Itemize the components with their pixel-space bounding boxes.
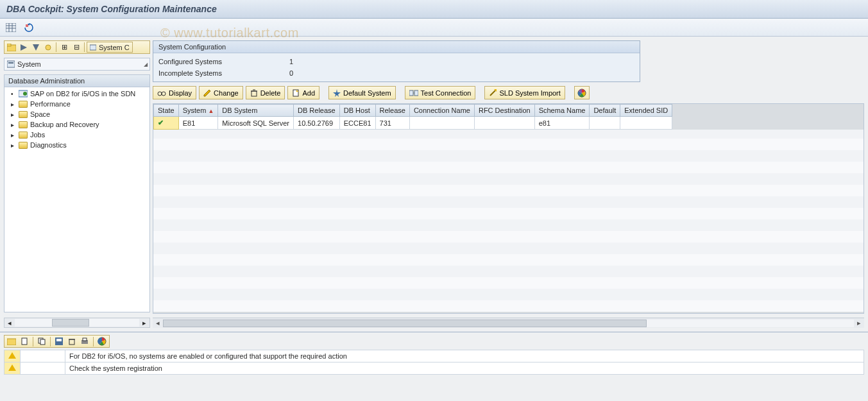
col-schema[interactable]: Schema Name (534, 105, 590, 117)
content-hscroll[interactable]: ◂ ▸ (153, 318, 864, 328)
scroll-left-icon[interactable]: ◂ (153, 319, 163, 327)
sidebar-system-button-label: System C (99, 44, 130, 51)
cell-release: 731 (375, 117, 409, 130)
expand-node-icon[interactable]: ⊞ (58, 42, 70, 53)
msg-new-icon[interactable] (19, 336, 30, 347)
cell-state: ✔ (154, 117, 179, 130)
tree-node-jobs[interactable]: ▸ Jobs (4, 130, 149, 140)
refresh-icon[interactable] (23, 22, 35, 33)
svg-rect-34 (22, 338, 27, 345)
svg-rect-14 (8, 62, 13, 64)
svg-point-11 (46, 45, 51, 50)
message-list: For DB2 for i5/OS, no systems are enable… (4, 350, 864, 375)
wand-icon (489, 89, 497, 97)
sidebar-system-button[interactable]: System C (87, 42, 133, 53)
trash-icon (250, 89, 258, 97)
test-connection-button[interactable]: Test Connection (405, 86, 476, 99)
msg-save-icon[interactable] (53, 336, 65, 347)
collapse-node-icon[interactable]: ⊟ (71, 42, 82, 53)
msg-open-icon[interactable] (6, 336, 17, 347)
cell-db-system: Microsoft SQL Server (218, 117, 294, 130)
change-button[interactable]: Change (199, 86, 243, 99)
msg-copy-icon[interactable] (36, 336, 47, 347)
warning-icon (8, 352, 16, 359)
message-row[interactable]: For DB2 for i5/OS, no systems are enable… (4, 350, 864, 363)
open-folder-icon[interactable] (6, 42, 17, 53)
col-extended-sid[interactable]: Extended SID (620, 105, 672, 117)
pencil-icon (203, 89, 211, 97)
col-db-host[interactable]: DB Host (339, 105, 375, 117)
systems-table-container: State System▲ DB System DB Release DB Ho… (153, 103, 864, 314)
svg-marker-26 (333, 89, 341, 97)
sort-icon[interactable] (42, 42, 54, 53)
message-text: Check the system registration (65, 363, 864, 375)
tree-node-label: SAP on DB2 for i5/OS in the SDN (30, 90, 135, 98)
folder-icon (19, 111, 28, 118)
systems-table: State System▲ DB System DB Release DB Ho… (153, 104, 672, 130)
expand-icon[interactable] (30, 42, 42, 53)
color-legend-button[interactable] (574, 86, 590, 99)
display-button[interactable]: Display (153, 86, 196, 99)
table-empty-area (153, 130, 864, 312)
msg-print-icon[interactable] (79, 336, 90, 347)
separator (56, 42, 56, 52)
separator (33, 337, 33, 346)
col-release[interactable]: Release (375, 105, 409, 117)
tree-node-diagnostics[interactable]: ▸ Diagnostics (4, 140, 149, 150)
msg-delete-icon[interactable] (66, 336, 78, 347)
add-button[interactable]: Add (287, 86, 319, 99)
scroll-thumb[interactable] (163, 320, 647, 327)
cell-db-release: 10.50.2769 (294, 117, 340, 130)
tree-node-label: Backup and Recovery (30, 121, 99, 128)
system-selector[interactable]: System ◢ (4, 58, 150, 71)
config-summary-header: System Configuration (153, 41, 640, 53)
default-system-button[interactable]: Default System (328, 86, 396, 99)
col-state[interactable]: State (154, 105, 179, 117)
color-wheel-icon (577, 89, 586, 98)
expand-arrow-icon: ▸ (11, 142, 16, 149)
expand-arrow-icon: ▸ (11, 111, 16, 118)
sidebar-hscroll[interactable]: ◂ ▸ (4, 318, 150, 328)
folder-icon (19, 121, 28, 128)
col-db-release[interactable]: DB Release (294, 105, 340, 117)
col-rfc-dest[interactable]: RFC Destination (474, 105, 534, 117)
message-row[interactable]: Check the system registration (4, 363, 864, 375)
grid-icon[interactable] (5, 22, 17, 33)
link-icon (19, 90, 28, 98)
tree-node-label: Jobs (30, 131, 45, 139)
scroll-right-icon[interactable]: ▸ (854, 319, 864, 327)
cell-system: E81 (178, 117, 218, 130)
tree-node-label: Performance (30, 100, 71, 108)
system-icon (7, 60, 15, 68)
summary-row-configured: Configured Systems 1 (153, 56, 640, 67)
cell-extended-sid (620, 117, 672, 130)
msg-color-icon[interactable] (96, 336, 108, 347)
page-title: DBA Cockpit: System Configuration Mainte… (0, 0, 868, 19)
config-summary-panel: System Configuration Configured Systems … (153, 40, 640, 82)
tree-node-performance[interactable]: ▸ Performance (4, 99, 149, 109)
delete-button[interactable]: Delete (246, 86, 285, 99)
warning-icon-cell (4, 363, 21, 375)
tree-node-sdn-link[interactable]: • SAP on DB2 for i5/OS in the SDN (4, 89, 149, 99)
col-conn-name[interactable]: Connection Name (409, 105, 474, 117)
tree-node-space[interactable]: ▸ Space (4, 109, 149, 119)
content-area: System Configuration Configured Systems … (153, 40, 864, 328)
svg-rect-39 (69, 339, 74, 345)
col-db-system[interactable]: DB System (218, 105, 294, 117)
collapse-icon[interactable] (18, 42, 30, 53)
cell-schema: e81 (534, 117, 590, 130)
col-system[interactable]: System▲ (178, 105, 218, 117)
svg-point-16 (23, 92, 27, 96)
warning-icon (8, 364, 16, 371)
warning-icon-cell (4, 350, 21, 363)
table-row[interactable]: ✔ E81 Microsoft SQL Server 10.50.2769 EC… (154, 117, 672, 130)
svg-rect-21 (251, 91, 257, 96)
svg-rect-38 (56, 339, 62, 341)
col-default[interactable]: Default (590, 105, 620, 117)
main-split: ⊞ ⊟ System C System ◢ Database Administr… (0, 37, 868, 332)
scroll-track[interactable] (163, 320, 854, 327)
tree-node-backup-recovery[interactable]: ▸ Backup and Recovery (4, 119, 149, 130)
tree-node-label: Diagnostics (30, 141, 67, 149)
svg-rect-0 (6, 23, 16, 32)
sld-import-button[interactable]: SLD System Import (484, 86, 565, 99)
